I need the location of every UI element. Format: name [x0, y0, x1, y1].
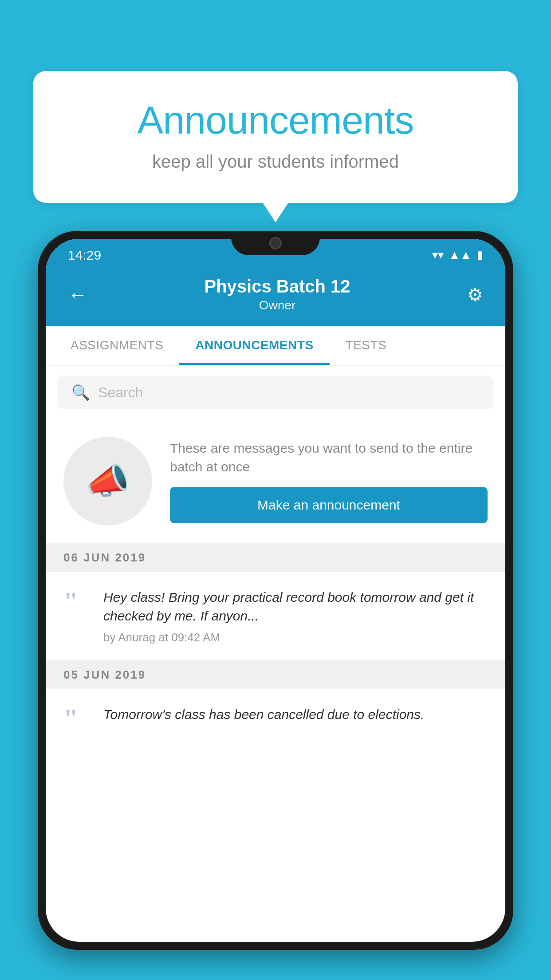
prompt-description: These are messages you want to send to t… [170, 439, 488, 476]
announcement-prompt: 📣 These are messages you want to send to… [46, 419, 505, 544]
bubble-subtitle: keep all your students informed [69, 152, 482, 172]
status-time: 14:29 [68, 248, 101, 263]
megaphone-circle: 📣 [63, 437, 152, 526]
status-icons: ▾▾ ▲▲ ▮ [432, 248, 483, 262]
header-subtitle: Owner [87, 298, 467, 312]
bubble-title: Announcements [69, 98, 482, 143]
announcement-content-1: Hey class! Bring your practical record b… [103, 588, 488, 644]
make-announcement-button[interactable]: Make an announcement [170, 487, 488, 523]
announcement-text-1: Hey class! Bring your practical record b… [103, 588, 488, 625]
search-bar[interactable]: 🔍 Search [58, 375, 493, 409]
wifi-icon: ▾▾ [432, 248, 444, 262]
quote-icon-2: " [63, 708, 90, 729]
back-button[interactable]: ← [68, 284, 87, 306]
tab-assignments[interactable]: ASSIGNMENTS [55, 326, 179, 365]
header-center: Physics Batch 12 Owner [87, 277, 467, 312]
announcement-content-2: Tomorrow's class has been cancelled due … [103, 705, 488, 729]
search-placeholder: Search [98, 384, 143, 401]
signal-icon: ▲▲ [449, 248, 472, 262]
megaphone-icon: 📣 [86, 460, 130, 502]
search-container: 🔍 Search [46, 366, 505, 419]
tab-announcements[interactable]: ANNOUNCEMENTS [179, 326, 329, 365]
speech-bubble: Announcements keep all your students inf… [33, 71, 518, 203]
tabs-container: ASSIGNMENTS ANNOUNCEMENTS TESTS [46, 326, 505, 366]
announcement-item-2[interactable]: " Tomorrow's class has been cancelled du… [46, 689, 505, 745]
header-title: Physics Batch 12 [87, 277, 467, 296]
prompt-right: These are messages you want to send to t… [170, 439, 488, 523]
app-header: ← Physics Batch 12 Owner ⚙ [46, 268, 505, 326]
phone-notch [231, 231, 320, 255]
tab-tests[interactable]: TESTS [330, 326, 403, 365]
search-icon: 🔍 [71, 383, 90, 401]
hero-section: Announcements keep all your students inf… [33, 71, 518, 203]
date-separator-2: 05 JUN 2019 [46, 661, 505, 689]
date-separator-1: 06 JUN 2019 [46, 544, 505, 572]
announcement-meta-1: by Anurag at 09:42 AM [103, 631, 488, 644]
phone-camera [269, 237, 282, 249]
announcement-text-2: Tomorrow's class has been cancelled due … [103, 705, 488, 724]
announcement-item-1[interactable]: " Hey class! Bring your practical record… [46, 572, 505, 661]
phone-screen: 14:29 ▾▾ ▲▲ ▮ ← Physics Batch 12 Owner ⚙ [46, 239, 505, 942]
phone-frame: 14:29 ▾▾ ▲▲ ▮ ← Physics Batch 12 Owner ⚙ [38, 231, 513, 950]
battery-icon: ▮ [477, 248, 483, 262]
phone-container: 14:29 ▾▾ ▲▲ ▮ ← Physics Batch 12 Owner ⚙ [38, 231, 513, 980]
quote-icon-1: " [63, 591, 90, 612]
settings-icon[interactable]: ⚙ [467, 285, 483, 305]
